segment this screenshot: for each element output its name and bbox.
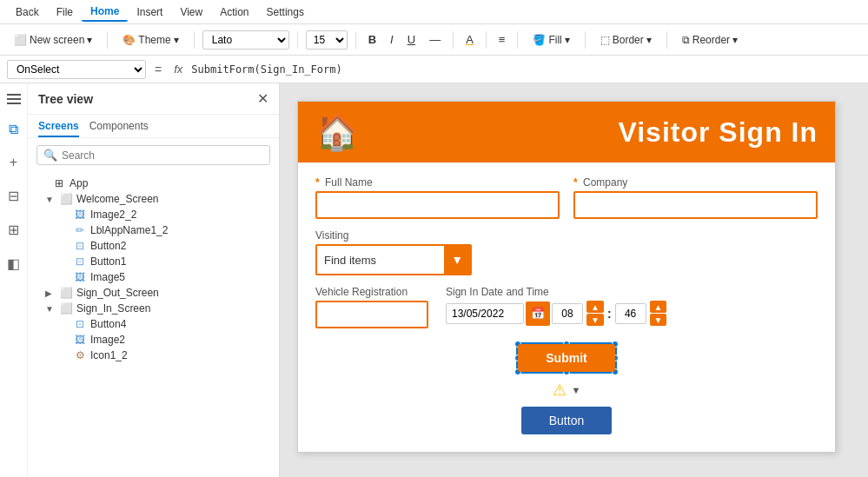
layers-icon[interactable]: ⧉ (5, 118, 22, 141)
font-size-select[interactable]: 15 (306, 30, 348, 50)
full-name-label: * Full Name (315, 176, 560, 189)
font-select[interactable]: Lato (202, 30, 289, 50)
app-header: 🏠 Visitor Sign In (298, 102, 835, 162)
data-icon[interactable]: ⊞ (4, 218, 23, 242)
tree-item-icon1-2[interactable]: ⚙ Icon1_2 (28, 348, 279, 363)
vehicle-input[interactable] (315, 301, 428, 328)
border-button[interactable]: ⬚ Border ▾ (593, 30, 659, 50)
close-sidebar-button[interactable]: ✕ (257, 90, 268, 107)
menu-bar: Back File Home Insert View Action Settin… (0, 0, 868, 24)
tree-item-button1[interactable]: ⊡ Button1 (28, 254, 279, 269)
tree-label-button4: Button4 (90, 318, 126, 330)
bold-button[interactable]: B (364, 31, 381, 48)
menu-file[interactable]: File (48, 3, 82, 21)
minute-up-button[interactable]: ▲ (650, 301, 667, 313)
tree-item-app[interactable]: ⊞ App (28, 176, 279, 191)
tree-item-welcome-screen[interactable]: ▼ ⬜ Welcome_Screen (28, 191, 279, 207)
separator-6 (486, 31, 487, 49)
tree-label-image2-2: Image2_2 (90, 209, 136, 221)
menu-back[interactable]: Back (7, 3, 48, 21)
time-colon: : (607, 307, 612, 321)
visiting-dropdown[interactable]: Find items ▼ (315, 244, 472, 275)
reorder-button[interactable]: ⧉ Reorder ▾ (675, 30, 745, 50)
theme-button[interactable]: 🎨 Theme ▾ (116, 30, 185, 50)
formula-input[interactable] (191, 63, 861, 76)
tree-item-signin[interactable]: ▼ ⬜ Sign_In_Screen (28, 301, 279, 316)
separator-3 (297, 31, 298, 49)
app-header-title: Visitor Sign In (618, 116, 818, 149)
canvas-area: 🏠 Visitor Sign In * Full Name (280, 83, 868, 477)
tree-item-image2-2[interactable]: 🖼 Image2_2 (28, 207, 279, 222)
reorder-icon: ⧉ (682, 34, 690, 46)
fill-icon: 🪣 (533, 34, 546, 46)
menu-home[interactable]: Home (82, 3, 128, 22)
button-icon-1: ⊡ (73, 240, 87, 252)
app-icon: ⊞ (52, 177, 66, 189)
separator-5 (453, 31, 454, 49)
date-input[interactable] (446, 303, 524, 324)
tree-item-button2[interactable]: ⊡ Button2 (28, 238, 279, 254)
tree-item-image5[interactable]: 🖼 Image5 (28, 269, 279, 285)
submit-selection-box: Submit (516, 342, 616, 374)
tree-label-button1: Button1 (90, 255, 126, 268)
minute-input[interactable] (615, 303, 646, 324)
chevron-welcome: ▼ (45, 195, 56, 204)
required-star-1: * (315, 176, 320, 189)
search-container: 🔍 (36, 145, 270, 165)
button-icon-2: ⊡ (73, 255, 87, 268)
components-icon[interactable]: ⊟ (4, 184, 23, 208)
underline-button[interactable]: U (403, 31, 420, 48)
plus-icon[interactable]: + (6, 151, 21, 174)
hamburger-icon[interactable] (3, 90, 24, 108)
chevron-down-icon-5: ▾ (732, 34, 738, 46)
calendar-button[interactable]: 📅 (526, 301, 550, 326)
menu-settings[interactable]: Settings (258, 3, 313, 21)
menu-view[interactable]: View (171, 3, 211, 21)
minute-down-button[interactable]: ▼ (650, 314, 667, 326)
blue-button[interactable]: Button (521, 407, 612, 434)
vehicle-label: Vehicle Registration (315, 286, 428, 298)
visiting-chevron-button[interactable]: ▼ (444, 246, 470, 274)
image-icon-2: 🖼 (73, 271, 87, 283)
chevron-warning[interactable]: ▼ (572, 385, 581, 395)
tab-components[interactable]: Components (89, 120, 149, 137)
main-layout: ⧉ + ⊟ ⊞ ◧ Tree view ✕ Screens Components… (0, 83, 868, 477)
company-input[interactable] (573, 191, 818, 219)
minute-arrows: ▲ ▼ (650, 301, 667, 326)
tree-item-signout[interactable]: ▶ ⬜ Sign_Out_Screen (28, 285, 279, 301)
datetime-label: Sign In Date and Time (446, 286, 666, 298)
search-input[interactable] (62, 149, 263, 162)
separator-1 (107, 31, 108, 49)
strikethrough-button[interactable]: — (425, 31, 445, 48)
menu-action[interactable]: Action (211, 3, 257, 21)
fill-button[interactable]: 🪣 Fill ▾ (526, 30, 576, 50)
tree-item-lblappname[interactable]: ✏ LblAppName1_2 (28, 222, 279, 238)
font-color-button[interactable]: A (461, 31, 478, 48)
screen-icon-signout: ⬜ (59, 287, 73, 299)
tree-item-image2[interactable]: 🖼 Image2 (28, 332, 279, 348)
separator-7 (517, 31, 518, 49)
sidebar-title: Tree view (38, 92, 93, 106)
hour-up-button[interactable]: ▲ (586, 301, 604, 313)
chevron-signout: ▶ (45, 288, 56, 298)
tab-screens[interactable]: Screens (38, 120, 79, 137)
separator-9 (666, 31, 667, 49)
tree-item-button4[interactable]: ⊡ Button4 (28, 316, 279, 332)
sidebar-tabs: Screens Components (28, 115, 279, 138)
chevron-down-icon: ▾ (87, 34, 92, 46)
hour-down-button[interactable]: ▼ (586, 314, 604, 326)
property-select[interactable]: OnSelect (7, 60, 146, 79)
search-icon: 🔍 (43, 149, 57, 162)
menu-insert[interactable]: Insert (128, 3, 171, 21)
border-icon: ⬚ (600, 34, 610, 46)
separator-4 (355, 31, 356, 49)
hour-input[interactable] (552, 303, 583, 324)
variables-icon[interactable]: ◧ (3, 252, 23, 275)
submit-button[interactable]: Submit (518, 344, 614, 372)
full-name-input[interactable] (315, 191, 560, 219)
align-button[interactable]: ≡ (494, 31, 510, 48)
label-icon-1: ✏ (73, 224, 87, 236)
italic-button[interactable]: I (386, 31, 398, 48)
company-field: * Company (573, 176, 818, 219)
new-screen-button[interactable]: ⬜ New screen ▾ (7, 30, 99, 50)
